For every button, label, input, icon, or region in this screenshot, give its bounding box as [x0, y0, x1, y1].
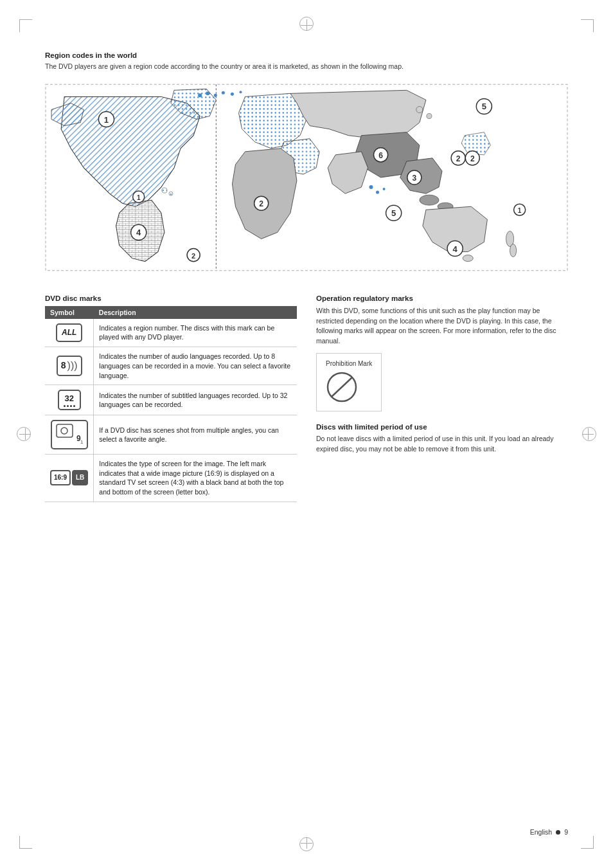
all-symbol: ALL — [56, 323, 82, 342]
svg-text:1: 1 — [80, 439, 84, 444]
africa — [232, 149, 296, 239]
region-1-north-america — [51, 89, 216, 206]
table-row: 9 1 If a DVD disc has scenes shot from m… — [45, 415, 297, 455]
right-section: Operation regulatory marks With this DVD… — [316, 294, 568, 455]
page-number: 9 — [564, 828, 568, 836]
svg-point-1 — [162, 188, 167, 193]
svg-point-5 — [420, 195, 439, 205]
svg-point-9 — [463, 255, 473, 261]
svg-point-37 — [198, 93, 202, 97]
discs-limited-section: Discs with limited period of use Do not … — [316, 423, 568, 455]
svg-text:2: 2 — [259, 199, 263, 208]
svg-text:2: 2 — [470, 154, 475, 163]
symbol-cell-all: ALL — [45, 319, 94, 347]
desc-cell-audio: Indicates the number of audio languages … — [94, 347, 297, 385]
operation-regulatory-desc: With this DVD, some functions of this un… — [316, 306, 568, 347]
region-3-se-asia — [400, 158, 453, 210]
desc-cell-all: Indicates a region number. The discs wit… — [94, 319, 297, 347]
region-5-russia — [290, 90, 432, 138]
table-row: ALL Indicates a region number. The discs… — [45, 319, 297, 347]
table-row: 8 ))) Indicates the number of audio lang… — [45, 347, 297, 385]
page-footer: English 9 — [530, 828, 568, 836]
prohibition-mark-label: Prohibition Mark — [326, 360, 372, 367]
svg-point-4 — [427, 113, 432, 118]
letterbox-symbol: 16:9 LB — [50, 470, 88, 485]
svg-point-53 — [61, 428, 67, 434]
svg-point-3 — [416, 106, 423, 113]
svg-text:2: 2 — [456, 154, 461, 163]
corner-mark-tl — [19, 19, 32, 32]
dvd-disc-marks-section: DVD disc marks Symbol Description ALL In… — [45, 294, 297, 502]
region-5-australia — [423, 206, 517, 261]
desc-cell-angle: If a DVD disc has scenes shot from multi… — [94, 415, 297, 455]
region-india — [328, 152, 368, 194]
svg-point-39 — [214, 94, 217, 97]
svg-text:4: 4 — [453, 244, 458, 253]
svg-point-11 — [510, 244, 517, 257]
region-2-badge-right: 2 — [451, 151, 465, 165]
table-row: 32 Indicates the number of subtitled lan… — [45, 385, 297, 415]
svg-point-42 — [239, 91, 242, 93]
crosshair-right — [582, 428, 594, 440]
world-map-container: 2 — [45, 81, 568, 275]
col-symbol: Symbol — [45, 306, 94, 319]
corner-mark-tr — [581, 19, 594, 32]
symbol-cell-subtitles: 32 — [45, 385, 94, 415]
discs-limited-desc: Do not leave discs with a limited period… — [316, 434, 568, 455]
desc-cell-subtitles: Indicates the number of subtitled langua… — [94, 385, 297, 415]
svg-point-43 — [369, 185, 373, 189]
svg-point-41 — [231, 93, 234, 96]
svg-text:4: 4 — [136, 228, 141, 237]
svg-text:2: 2 — [191, 251, 195, 259]
svg-text:5: 5 — [482, 102, 486, 111]
dvd-disc-marks-table: Symbol Description ALL Indicates a regio… — [45, 306, 297, 502]
svg-point-44 — [376, 190, 379, 194]
svg-point-38 — [206, 91, 209, 95]
corner-mark-bl — [19, 836, 32, 849]
col-description: Description — [94, 306, 297, 319]
lower-section: DVD disc marks Symbol Description ALL In… — [45, 294, 568, 502]
operation-regulatory-title: Operation regulatory marks — [316, 294, 568, 302]
corner-mark-br — [581, 836, 594, 849]
page-dot — [556, 830, 560, 835]
operation-regulatory-section: Operation regulatory marks With this DVD… — [316, 294, 568, 423]
svg-line-57 — [332, 377, 352, 397]
crosshair-left — [19, 428, 31, 440]
prohibition-mark-box: Prohibition Mark — [316, 353, 382, 411]
svg-text:1: 1 — [137, 194, 141, 201]
crosshair-top — [301, 19, 312, 31]
svg-point-2 — [169, 192, 173, 195]
crosshair-bottom — [301, 837, 312, 849]
region-codes-title: Region codes in the world — [45, 51, 568, 59]
svg-text:1: 1 — [104, 114, 109, 124]
svg-rect-52 — [57, 424, 73, 437]
dvd-disc-marks-title: DVD disc marks — [45, 294, 297, 302]
symbol-cell-angle: 9 1 — [45, 415, 94, 455]
region-codes-section: Region codes in the world The DVD player… — [45, 51, 568, 275]
svg-text:3: 3 — [412, 174, 416, 183]
subtitles-symbol: 32 — [58, 390, 81, 410]
world-map-svg: 2 — [45, 81, 568, 274]
symbol-cell-audio: 8 ))) — [45, 347, 94, 385]
audio-symbol: 8 ))) — [57, 356, 82, 376]
discs-limited-title: Discs with limited period of use — [316, 423, 568, 431]
symbol-cell-letterbox: 16:9 LB — [45, 455, 94, 502]
svg-point-45 — [383, 188, 386, 190]
svg-text:6: 6 — [378, 151, 383, 160]
svg-point-40 — [222, 91, 225, 95]
angle-symbol: 9 1 — [51, 420, 88, 449]
svg-text:1: 1 — [518, 207, 522, 214]
page-language: English — [530, 828, 552, 836]
table-row: 16:9 LB Indicates the type of screen for… — [45, 455, 297, 502]
svg-text:5: 5 — [391, 208, 396, 218]
prohibition-mark-icon — [326, 371, 358, 403]
region-codes-desc: The DVD players are given a region code … — [45, 62, 568, 72]
desc-cell-letterbox: Indicates the type of screen for the ima… — [94, 455, 297, 502]
